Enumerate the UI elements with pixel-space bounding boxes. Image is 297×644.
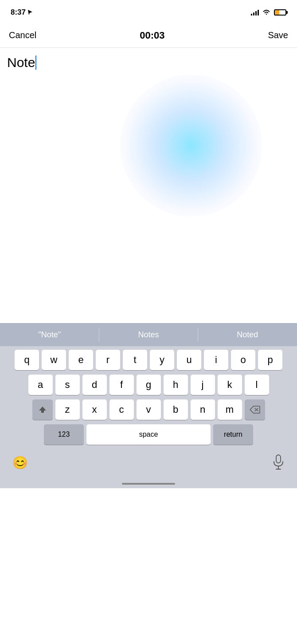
key-x[interactable]: x: [82, 399, 107, 420]
keyboard-extras: 😊: [0, 451, 297, 479]
backspace-icon: [250, 406, 260, 414]
note-title: Note: [7, 55, 290, 70]
key-u[interactable]: u: [177, 350, 201, 370]
key-a[interactable]: a: [28, 375, 53, 395]
autocomplete-item-3[interactable]: Noted: [198, 324, 297, 346]
key-o[interactable]: o: [231, 350, 255, 370]
key-e[interactable]: e: [69, 350, 93, 370]
key-k[interactable]: k: [218, 375, 242, 395]
key-c[interactable]: c: [109, 399, 134, 420]
key-b[interactable]: b: [164, 399, 188, 420]
keyboard-row-2: a s d f g h j k l: [2, 375, 295, 395]
key-d[interactable]: d: [82, 375, 107, 395]
emoji-button[interactable]: 😊: [12, 455, 28, 470]
wifi-icon: [262, 9, 270, 16]
keyboard-row-3: z x c v b n m: [2, 399, 295, 420]
battery-icon: [274, 9, 286, 16]
key-w[interactable]: w: [42, 350, 66, 370]
battery-fill: [275, 10, 279, 15]
key-m[interactable]: m: [218, 399, 242, 420]
key-z[interactable]: z: [55, 399, 80, 420]
microphone-button[interactable]: [272, 454, 285, 470]
key-backspace[interactable]: [245, 399, 265, 420]
key-space[interactable]: space: [86, 424, 211, 445]
key-q[interactable]: q: [15, 350, 39, 370]
key-r[interactable]: r: [96, 350, 120, 370]
autocomplete-item-2[interactable]: Notes: [99, 324, 198, 346]
blue-blob-decoration: [120, 75, 262, 217]
autocomplete-item-1[interactable]: "Note": [0, 324, 99, 346]
key-f[interactable]: f: [109, 375, 134, 395]
note-area[interactable]: Note: [0, 48, 297, 323]
key-j[interactable]: j: [191, 375, 215, 395]
nav-bar: Cancel 00:03 Save: [0, 23, 297, 48]
keyboard-row-bottom: 123 space return: [2, 424, 295, 445]
text-cursor: [35, 55, 36, 70]
key-t[interactable]: t: [123, 350, 147, 370]
status-time: 8:37: [11, 8, 33, 17]
key-numbers[interactable]: 123: [44, 424, 84, 445]
save-button[interactable]: Save: [268, 30, 288, 40]
key-g[interactable]: g: [137, 375, 161, 395]
key-y[interactable]: y: [150, 350, 174, 370]
key-v[interactable]: v: [137, 399, 161, 420]
key-shift[interactable]: [32, 399, 53, 420]
key-n[interactable]: n: [191, 399, 215, 420]
cancel-button[interactable]: Cancel: [9, 30, 36, 40]
shift-icon: [38, 406, 47, 414]
key-s[interactable]: s: [55, 375, 80, 395]
signal-bars: [251, 9, 259, 16]
key-h[interactable]: h: [164, 375, 188, 395]
key-i[interactable]: i: [204, 350, 228, 370]
svg-rect-2: [276, 455, 281, 463]
keyboard-row-1: q w e r t y u i o p: [2, 350, 295, 370]
key-return[interactable]: return: [213, 424, 253, 445]
status-icons: [251, 9, 286, 16]
home-indicator: [0, 479, 297, 488]
location-arrow-icon: [27, 9, 33, 16]
time-label: 8:37: [11, 8, 26, 17]
autocomplete-bar: "Note" Notes Noted: [0, 323, 297, 346]
key-l[interactable]: l: [245, 375, 269, 395]
home-bar: [122, 483, 175, 485]
timer-display: 00:03: [140, 30, 164, 41]
note-title-text: Note: [7, 55, 35, 70]
key-p[interactable]: p: [258, 350, 282, 370]
status-bar: 8:37: [0, 0, 297, 23]
keyboard: q w e r t y u i o p a s d f g h j k l z …: [0, 346, 297, 451]
